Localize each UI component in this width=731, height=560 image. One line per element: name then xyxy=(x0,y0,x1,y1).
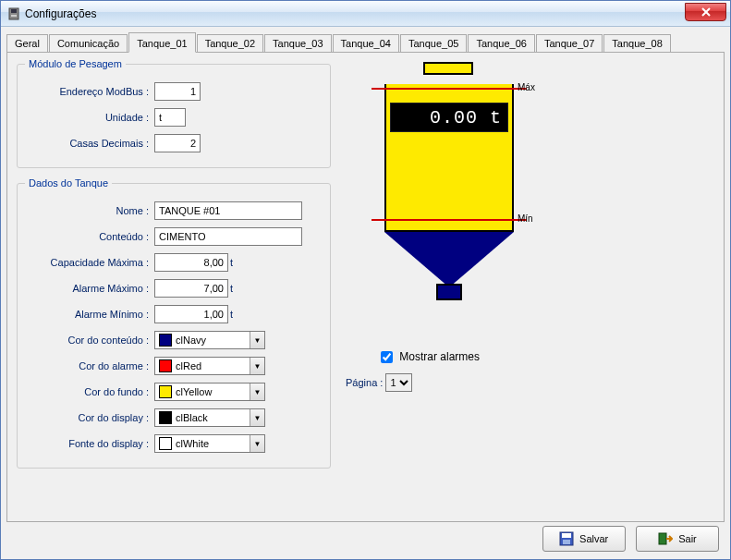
app-icon xyxy=(6,6,21,21)
colorback-value: clYellow xyxy=(176,386,250,397)
svg-rect-2 xyxy=(11,15,17,17)
weighing-legend: Módulo de Pesagem xyxy=(25,58,126,69)
modbus-address-input[interactable] xyxy=(154,82,201,101)
tab-tanque-04[interactable]: Tanque_04 xyxy=(333,34,399,52)
svg-rect-1 xyxy=(11,9,17,13)
tab-tanque-03[interactable]: Tanque_03 xyxy=(264,34,331,52)
tank-preview: 0.00 t Máx Mín xyxy=(359,62,599,339)
content-area: Geral Comunicação Tanque_01 Tanque_02 Ta… xyxy=(1,27,730,528)
tab-tanque-08[interactable]: Tanque_08 xyxy=(603,34,670,52)
colorcontent-value: clNavy xyxy=(176,335,250,346)
modbus-address-label: Endereço ModBus : xyxy=(25,86,154,97)
capmax-unit: t xyxy=(230,257,233,268)
tab-panel: Módulo de Pesagem Endereço ModBus : Unid… xyxy=(6,53,725,522)
chevron-down-icon[interactable]: ▼ xyxy=(250,332,264,348)
tab-tanque-05[interactable]: Tanque_05 xyxy=(400,34,467,52)
show-alarms-row: Mostrar alarmes xyxy=(377,348,691,366)
tank-display: 0.00 t xyxy=(390,103,508,132)
decimals-input[interactable] xyxy=(154,134,201,152)
coloralarm-value: clRed xyxy=(176,360,250,371)
titlebar: Configurações xyxy=(1,1,730,27)
tab-tanque-06[interactable]: Tanque_06 xyxy=(468,34,534,52)
almmin-label: Alarme Mínimo : xyxy=(25,309,154,320)
show-alarms-label: Mostrar alarmes xyxy=(399,350,480,363)
colorcontent-label: Cor do conteúdo : xyxy=(25,335,154,346)
almmax-unit: t xyxy=(230,283,233,294)
coloralarm-label: Cor do alarme : xyxy=(25,360,154,371)
almmin-input[interactable] xyxy=(154,305,228,323)
colordisplay-value: clBlack xyxy=(176,412,250,423)
colordisplay-label: Cor do display : xyxy=(25,412,154,423)
fontdisplay-label: Fonte do display : xyxy=(25,438,154,449)
chevron-down-icon[interactable]: ▼ xyxy=(250,435,264,452)
fontdisplay-swatch xyxy=(159,437,172,450)
save-button-label: Salvar xyxy=(579,533,608,544)
tank-cone xyxy=(384,232,514,287)
chevron-down-icon[interactable]: ▼ xyxy=(250,358,264,374)
min-alarm-line xyxy=(372,219,527,221)
unit-input[interactable] xyxy=(154,108,186,127)
config-window: Configurações Geral Comunicação Tanque_0… xyxy=(0,0,731,560)
tabstrip: Geral Comunicação Tanque_01 Tanque_02 Ta… xyxy=(6,32,725,53)
svg-rect-6 xyxy=(659,533,666,544)
name-input[interactable] xyxy=(154,201,302,220)
page-row: Página : 1 xyxy=(346,373,691,392)
almmax-input[interactable] xyxy=(154,279,228,298)
tab-comunicacao[interactable]: Comunicação xyxy=(49,34,128,52)
save-icon xyxy=(559,531,574,546)
unit-label: Unidade : xyxy=(25,112,154,123)
right-column: 0.00 t Máx Mín Mostrar alarmes Página : xyxy=(340,62,691,392)
svg-rect-5 xyxy=(563,540,570,544)
min-alarm-label: Mín xyxy=(518,213,533,224)
max-alarm-line xyxy=(372,88,527,90)
button-row: Salvar Sair xyxy=(535,526,719,552)
colorback-label: Cor do fundo : xyxy=(25,386,154,397)
max-alarm-label: Máx xyxy=(518,82,535,92)
page-label: Página : xyxy=(346,377,383,388)
close-button[interactable] xyxy=(685,3,726,21)
chevron-down-icon[interactable]: ▼ xyxy=(250,383,264,400)
name-label: Nome : xyxy=(25,205,154,216)
show-alarms-checkbox[interactable] xyxy=(381,351,393,363)
colorcontent-swatch xyxy=(159,334,172,347)
tankdata-legend: Dados do Tanque xyxy=(25,177,112,189)
left-column: Módulo de Pesagem Endereço ModBus : Unid… xyxy=(17,58,331,478)
tab-tanque-02[interactable]: Tanque_02 xyxy=(197,34,263,52)
page-select[interactable]: 1 xyxy=(385,373,412,392)
decimals-label: Casas Decimais : xyxy=(25,138,154,149)
colorback-swatch xyxy=(159,385,172,398)
tankdata-group: Dados do Tanque Nome : Conteúdo : Capaci… xyxy=(17,177,331,469)
tab-tanque-01[interactable]: Tanque_01 xyxy=(128,32,195,53)
almmin-unit: t xyxy=(230,309,233,320)
capmax-input[interactable] xyxy=(154,253,228,272)
save-button[interactable]: Salvar xyxy=(542,526,626,552)
colorback-combo[interactable]: clYellow ▼ xyxy=(154,383,265,401)
fontdisplay-value: clWhite xyxy=(176,438,250,449)
exit-icon xyxy=(658,531,673,546)
fontdisplay-combo[interactable]: clWhite ▼ xyxy=(154,434,265,453)
chevron-down-icon[interactable]: ▼ xyxy=(250,409,264,426)
tank-cap xyxy=(423,62,473,75)
svg-rect-4 xyxy=(562,533,571,538)
colordisplay-combo[interactable]: clBlack ▼ xyxy=(154,408,265,427)
tank-spout xyxy=(436,284,462,300)
content-label: Conteúdo : xyxy=(25,231,154,242)
window-title: Configurações xyxy=(25,7,96,20)
colordisplay-swatch xyxy=(159,411,172,424)
coloralarm-combo[interactable]: clRed ▼ xyxy=(154,357,265,375)
tab-tanque-07[interactable]: Tanque_07 xyxy=(536,34,603,52)
weighing-group: Módulo de Pesagem Endereço ModBus : Unid… xyxy=(17,58,331,168)
exit-button[interactable]: Sair xyxy=(636,526,719,552)
coloralarm-swatch xyxy=(159,359,172,372)
colorcontent-combo[interactable]: clNavy ▼ xyxy=(154,331,265,349)
capmax-label: Capacidade Máxima : xyxy=(25,257,154,268)
content-input[interactable] xyxy=(154,227,302,246)
exit-button-label: Sair xyxy=(678,533,697,544)
almmax-label: Alarme Máximo : xyxy=(25,283,154,294)
tab-geral[interactable]: Geral xyxy=(6,34,48,52)
